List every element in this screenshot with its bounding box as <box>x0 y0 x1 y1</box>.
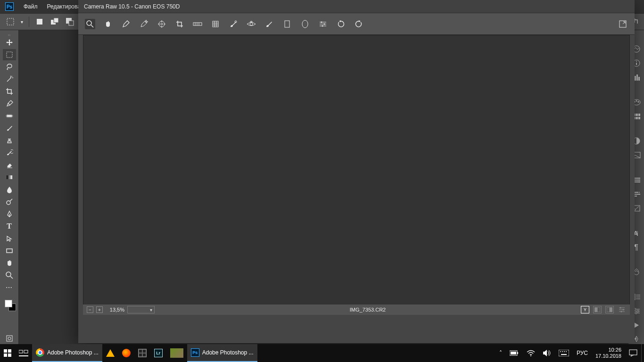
lightroom-icon: Lr <box>154 349 163 357</box>
svg-rect-101 <box>607 307 610 312</box>
foreground-color-swatch[interactable] <box>5 300 12 307</box>
cr-rotate-cw-tool[interactable] <box>354 19 364 29</box>
taskbar-photoshop[interactable]: Ps Adobe Photoshop ... <box>187 344 257 362</box>
svg-rect-17 <box>7 175 12 179</box>
svg-rect-14 <box>7 115 12 117</box>
cr-red-eye-tool[interactable] <box>246 19 256 29</box>
tray-battery-icon[interactable] <box>506 344 523 362</box>
cr-color-sampler-tool[interactable] <box>139 19 149 29</box>
move-tool[interactable] <box>3 37 16 48</box>
eraser-tool[interactable] <box>3 159 16 171</box>
svg-point-119 <box>530 355 531 356</box>
cr-preferences-tool[interactable] <box>318 19 328 29</box>
tray-wifi-icon[interactable] <box>523 344 539 362</box>
chrome-icon <box>36 348 44 357</box>
cr-zoom-dropdown[interactable]: ▾ <box>127 306 155 313</box>
svg-rect-42 <box>638 117 640 119</box>
cr-hand-tool[interactable] <box>103 19 113 29</box>
cr-zoom-value: 13,5% <box>106 307 124 313</box>
cr-preview-buttons: Y <box>581 306 626 313</box>
clone-stamp-tool[interactable] <box>3 135 16 146</box>
type-tool[interactable]: T <box>3 221 16 232</box>
taskbar-image-viewer[interactable] <box>166 344 187 362</box>
tray-overflow-button[interactable]: ˄ <box>495 344 506 362</box>
cr-preview-settings-icon[interactable] <box>618 306 626 313</box>
new-selection-icon[interactable] <box>35 17 44 26</box>
taskbar-chrome[interactable]: Adobe Photoshop ... <box>32 344 102 362</box>
cr-shadow-clip-button[interactable]: Y <box>581 306 589 313</box>
tray-language[interactable]: РУС <box>573 344 592 362</box>
cr-zoom-tool[interactable] <box>85 19 95 29</box>
lasso-tool[interactable] <box>3 61 16 73</box>
cr-graduated-filter-tool[interactable] <box>282 19 292 29</box>
svg-rect-126 <box>629 350 637 355</box>
taskbar-lightroom[interactable]: Lr <box>150 344 166 362</box>
cr-radial-filter-tool[interactable] <box>300 19 310 29</box>
task-view-button[interactable] <box>15 344 32 362</box>
tray-language-label: РУС <box>577 350 588 356</box>
camera-raw-titlebar[interactable]: Camera Raw 10.5 - Canon EOS 750D <box>78 0 635 13</box>
hand-tool[interactable] <box>3 257 16 269</box>
spot-heal-tool[interactable] <box>3 110 16 122</box>
taskbar-firefox[interactable] <box>118 344 134 362</box>
taskbar-avast[interactable] <box>102 344 118 362</box>
cr-straighten-tool[interactable] <box>192 19 203 29</box>
cr-transform-tool[interactable] <box>210 19 221 29</box>
svg-rect-39 <box>638 114 640 116</box>
camera-raw-canvas[interactable] <box>83 35 630 309</box>
show-desktop-button[interactable] <box>641 344 644 362</box>
calculator-icon <box>138 349 147 357</box>
taskbar-chrome-title: Adobe Photoshop ... <box>47 349 99 356</box>
start-button[interactable] <box>0 344 15 362</box>
options-dropdown-icon[interactable]: ▾ <box>21 19 23 25</box>
tray-clock[interactable]: 10:26 17.10.2018 <box>592 347 625 359</box>
image-thumb-icon <box>170 348 183 358</box>
tray-date: 17.10.2018 <box>595 353 621 359</box>
magic-wand-tool[interactable] <box>3 74 16 85</box>
add-selection-icon[interactable] <box>50 17 59 26</box>
path-select-tool[interactable] <box>3 233 16 244</box>
menu-file[interactable]: Файл <box>19 0 42 13</box>
taskbar-calculator[interactable] <box>134 344 150 362</box>
cr-fullscreen-tool[interactable] <box>618 19 628 29</box>
cr-crop-tool[interactable] <box>174 19 185 29</box>
camera-raw-toolbar <box>78 13 635 35</box>
tray-volume-icon[interactable] <box>539 344 555 362</box>
dodge-tool[interactable] <box>3 196 16 207</box>
gradient-tool[interactable] <box>3 172 16 183</box>
cr-before-after-1-icon[interactable] <box>593 306 602 313</box>
zoom-tool[interactable] <box>3 270 16 281</box>
history-brush-tool[interactable] <box>3 147 16 158</box>
photoshop-toolbar: ›› T ⋯ <box>0 30 19 344</box>
rectangle-tool[interactable] <box>3 245 16 256</box>
tray-keyboard-icon[interactable] <box>555 344 573 362</box>
subtract-selection-icon[interactable] <box>65 17 74 26</box>
quickmask-icon[interactable] <box>3 333 16 344</box>
more-tools[interactable]: ⋯ <box>3 282 16 293</box>
svg-rect-112 <box>8 354 11 357</box>
brush-tool[interactable] <box>3 123 16 134</box>
cr-rotate-ccw-tool[interactable] <box>336 19 346 29</box>
cr-zoom-in-button[interactable]: + <box>96 306 103 313</box>
cr-adjustment-brush-tool[interactable] <box>264 19 274 29</box>
toolbar-grip[interactable]: ›› <box>3 33 16 36</box>
cr-before-after-2-icon[interactable] <box>605 306 614 313</box>
tray-time: 10:26 <box>608 347 621 353</box>
crop-tool[interactable] <box>3 86 16 97</box>
tray-notifications-button[interactable] <box>625 344 641 362</box>
svg-rect-41 <box>636 117 638 119</box>
marquee-options-icon[interactable] <box>6 17 15 26</box>
svg-point-97 <box>322 25 323 26</box>
cr-white-balance-tool[interactable] <box>121 19 131 29</box>
pen-tool[interactable] <box>3 208 16 220</box>
svg-point-65 <box>635 312 637 314</box>
cr-spot-removal-tool[interactable] <box>228 19 239 29</box>
blur-tool[interactable] <box>3 184 16 195</box>
cr-target-adjust-tool[interactable] <box>157 19 167 29</box>
cr-zoom-out-button[interactable]: − <box>87 306 93 313</box>
color-swatches[interactable] <box>3 299 16 313</box>
eyedropper-tool[interactable] <box>3 98 16 109</box>
svg-point-28 <box>636 61 637 62</box>
svg-point-123 <box>564 351 565 352</box>
marquee-tool[interactable] <box>3 49 16 60</box>
